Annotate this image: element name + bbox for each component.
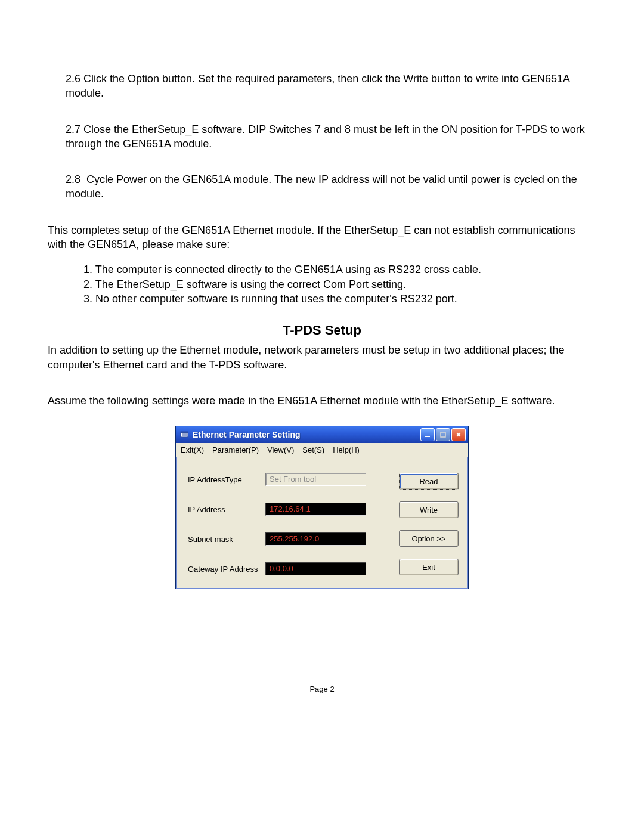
app-icon: [179, 430, 189, 439]
close-button[interactable]: [451, 428, 466, 441]
step-2-6: 2.6 Click the Option button. Set the req…: [48, 72, 596, 101]
write-button[interactable]: Write: [399, 501, 459, 518]
label-ip-address: IP Address: [188, 505, 265, 514]
menu-exit[interactable]: Exit(X): [181, 445, 204, 454]
field-gateway-ip[interactable]: 0.0.0.0: [265, 562, 366, 575]
menu-bar: Exit(X) Parameter(P) View(V) Set(S) Help…: [176, 443, 468, 457]
step-2-8-underlined: Cycle Power on the GEN651A module.: [86, 174, 271, 185]
menu-set[interactable]: Set(S): [302, 445, 324, 454]
field-ip-address[interactable]: 172.16.64.1: [265, 503, 366, 516]
page-label: Page: [309, 685, 330, 693]
check-item-3: 3. No other computer software is running…: [83, 292, 596, 306]
label-gateway-ip: Gateway IP Address: [188, 565, 265, 574]
svg-rect-4: [425, 436, 430, 437]
exit-button[interactable]: Exit: [399, 559, 459, 575]
menu-help[interactable]: Help(H): [333, 445, 360, 454]
section-heading: T-PDS Setup: [48, 323, 596, 338]
completes-paragraph: This completes setup of the GEN651A Ethe…: [48, 223, 596, 252]
page-no: 2: [330, 685, 334, 693]
option-button[interactable]: Option >>: [399, 530, 459, 547]
menu-view[interactable]: View(V): [267, 445, 294, 454]
step-2-7-text: Close the EtherSetup_E software. DIP Swi…: [66, 123, 585, 150]
maximize-button[interactable]: [436, 428, 450, 441]
step-2-6-text: Click the Option button. Set the require…: [66, 73, 569, 99]
ethernet-parameter-dialog: Ethernet Parameter Setting Exit(X) Param…: [175, 426, 469, 589]
step-2-7-prefix: 2.7: [66, 123, 80, 135]
step-2-6-prefix: 2.6: [66, 73, 80, 85]
field-subnet-mask[interactable]: 255.255.192.0: [265, 532, 366, 546]
step-2-7: 2.7 Close the EtherSetup_E software. DIP…: [48, 122, 596, 151]
title-bar[interactable]: Ethernet Parameter Setting: [176, 426, 468, 443]
svg-rect-1: [181, 432, 188, 433]
label-ip-address-type: IP AddressType: [188, 475, 265, 484]
label-subnet-mask: Subnet mask: [188, 535, 265, 544]
check-item-2: 2. The EtherSetup_E software is using th…: [83, 277, 596, 292]
svg-rect-5: [441, 432, 445, 437]
field-ip-address-type[interactable]: Set From tool: [265, 473, 366, 486]
check-item-1: 1. The computer is connected directly to…: [83, 262, 596, 277]
dialog-title: Ethernet Parameter Setting: [193, 430, 420, 439]
minimize-button[interactable]: [420, 428, 435, 441]
step-2-8-prefix: 2.8: [66, 174, 80, 185]
page-number: Page 2: [48, 685, 596, 693]
step-2-8: 2.8 Cycle Power on the GEN651A module. T…: [48, 172, 596, 202]
menu-parameter[interactable]: Parameter(P): [212, 445, 259, 454]
read-button[interactable]: Read: [399, 473, 459, 490]
assume-paragraph: Assume the following settings were made …: [48, 394, 596, 408]
intro-paragraph: In addition to setting up the Ethernet m…: [48, 343, 596, 372]
